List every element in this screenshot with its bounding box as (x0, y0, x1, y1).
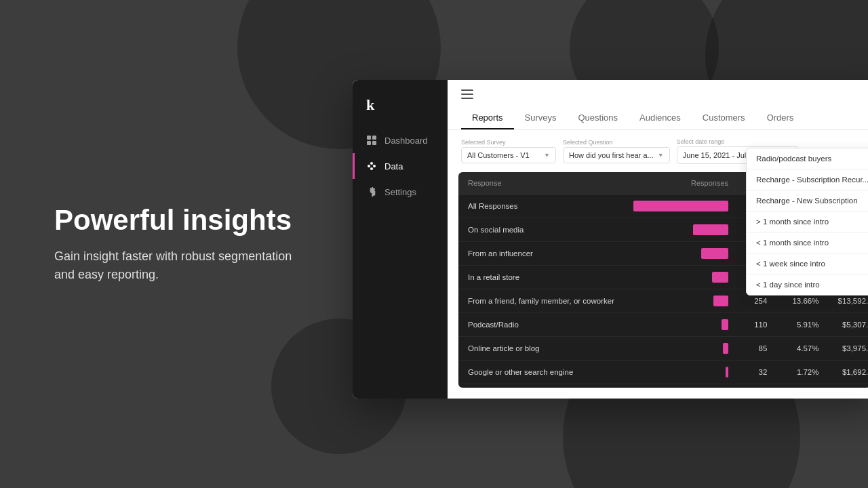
cell-ltv: $318.92 (828, 384, 868, 388)
col-response: Response (458, 172, 624, 195)
table-row: Online article or blog 85 4.57% $3,975.4… (458, 337, 868, 361)
question-select[interactable]: How did you first hear a... ▼ (563, 147, 670, 163)
dropdown-item-4[interactable]: < 1 month since intro (747, 232, 868, 253)
svg-rect-3 (372, 141, 376, 145)
nav-tabs: Reports Surveys Questions Audiences Cust… (461, 107, 868, 129)
cell-bar (624, 242, 738, 266)
filter-row: Selected Survey All Customers - V1 ▼ Sel… (448, 130, 868, 172)
cell-response: Podcast/Radio (458, 313, 624, 337)
app-window: k Dashboard Data Settings (353, 80, 868, 399)
cell-response: On social media (458, 218, 624, 242)
survey-filter-label: Selected Survey (461, 139, 556, 146)
top-bar: Reports Surveys Questions Audiences Cust… (448, 80, 868, 130)
survey-select[interactable]: All Customers - V1 ▼ (461, 147, 556, 163)
svg-point-7 (373, 165, 376, 167)
cell-response: From a friend, family member, or coworke… (458, 289, 624, 313)
sidebar-item-data[interactable]: Data (353, 153, 448, 179)
tab-orders[interactable]: Orders (756, 107, 805, 129)
cell-count: 85 (738, 337, 776, 361)
cell-pct: 1.72% (776, 361, 828, 384)
date-filter-label: Select date range (677, 138, 799, 145)
cell-bar (624, 361, 738, 384)
cell-bar (624, 218, 738, 242)
sidebar: k Dashboard Data Settings (353, 80, 448, 399)
hamburger-line-2 (461, 94, 473, 95)
data-icon (366, 160, 378, 172)
survey-select-value: All Customers - V1 (467, 151, 530, 159)
survey-chevron-icon: ▼ (544, 152, 550, 159)
settings-icon (366, 186, 378, 198)
tab-reports[interactable]: Reports (461, 107, 514, 129)
table-row: Imperfect Foods 7 0.38% $318.92 $45.56 (458, 384, 868, 388)
dropdown-item-2[interactable]: Recharge - New Subscription (747, 190, 868, 211)
cell-response: All Responses (458, 195, 624, 218)
cell-response: Google or other search engine (458, 361, 624, 384)
dropdown-item-0[interactable]: Radio/podcast buyers (747, 148, 868, 169)
col-responses: Responses (624, 172, 738, 195)
question-filter-label: Selected Question (563, 139, 670, 146)
svg-point-6 (370, 167, 373, 170)
main-content: Reports Surveys Questions Audiences Cust… (448, 80, 868, 399)
svg-rect-0 (367, 136, 371, 140)
sidebar-dashboard-label: Dashboard (384, 136, 428, 146)
headline: Powerful insights (54, 204, 312, 237)
cell-response: Imperfect Foods (458, 384, 624, 388)
dropdown-item-3[interactable]: > 1 month since intro (747, 211, 868, 232)
subtext: Gain insight faster with robust segmenta… (54, 247, 312, 284)
dashboard-icon (366, 134, 378, 146)
sidebar-data-label: Data (384, 161, 403, 171)
cell-count: 110 (738, 313, 776, 337)
question-select-value: How did you first hear a... (569, 151, 654, 159)
cell-pct: 0.38% (776, 384, 828, 388)
table-row: Google or other search engine 32 1.72% $… (458, 361, 868, 384)
sidebar-item-settings[interactable]: Settings (353, 179, 448, 205)
cell-pct: 5.91% (776, 313, 828, 337)
cell-bar (624, 266, 738, 289)
cell-ltv: $3,975.48 (828, 337, 868, 361)
svg-point-4 (368, 165, 370, 167)
cell-pct: 4.57% (776, 337, 828, 361)
menu-icon-row (461, 89, 868, 99)
cell-count: 32 (738, 361, 776, 384)
cell-bar (624, 313, 738, 337)
sidebar-settings-label: Settings (384, 187, 416, 197)
hamburger-button[interactable] (461, 89, 473, 99)
cell-count: 7 (738, 384, 776, 388)
dropdown-item-5[interactable]: < 1 week since intro (747, 253, 868, 274)
svg-rect-1 (372, 136, 376, 140)
cell-response: In a retail store (458, 266, 624, 289)
cell-bar (624, 289, 738, 313)
question-chevron-icon: ▼ (658, 152, 664, 159)
svg-rect-2 (367, 141, 371, 145)
question-filter-group: Selected Question How did you first hear… (563, 139, 670, 163)
svg-point-5 (370, 162, 373, 165)
tab-questions[interactable]: Questions (568, 107, 629, 129)
dropdown-overlay: Radio/podcast buyers Recharge - Subscrip… (746, 148, 868, 296)
cell-bar (624, 384, 738, 388)
app-logo: k (353, 91, 448, 127)
left-content-area: Powerful insights Gain insight faster wi… (54, 204, 312, 284)
tab-customers[interactable]: Customers (692, 107, 756, 129)
cell-ltv: $1,692.71 (828, 361, 868, 384)
survey-filter-group: Selected Survey All Customers - V1 ▼ (461, 139, 556, 163)
sidebar-item-dashboard[interactable]: Dashboard (353, 127, 448, 153)
dropdown-item-6[interactable]: < 1 day since intro (747, 274, 868, 295)
cell-response: Online article or blog (458, 337, 624, 361)
cell-bar (624, 337, 738, 361)
hamburger-line-3 (461, 98, 473, 99)
cell-ltv: $5,307.78 (828, 313, 868, 337)
cell-bar (624, 195, 738, 218)
dropdown-item-1[interactable]: Recharge - Subscription Recur... (747, 169, 868, 190)
logo-text: k (366, 96, 374, 113)
cell-response: From an influencer (458, 242, 624, 266)
hamburger-line-1 (461, 89, 473, 91)
tab-surveys[interactable]: Surveys (514, 107, 568, 129)
table-row: Podcast/Radio 110 5.91% $5,307.78 $48.25 (458, 313, 868, 337)
tab-audiences[interactable]: Audiences (629, 107, 692, 129)
